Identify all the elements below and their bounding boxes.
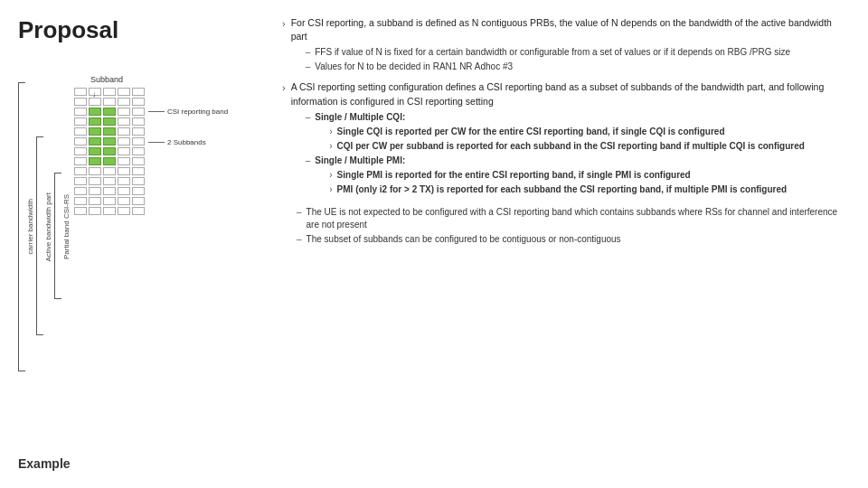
bullet-2-sub-cqi-dash: – [306, 111, 311, 153]
bullet-1-sub-1: – FFS if value of N is fixed for a certa… [306, 46, 850, 59]
bullet-1-sub-2-text: Values for N to be decided in RAN1 NR Ad… [315, 61, 513, 73]
bullet-3-text: The UE is not expected to be configured … [307, 206, 850, 231]
bullet-2-sub-pmi-text: Single / Multiple PMI: [315, 155, 405, 165]
bullet-1: › For CSI reporting, a subband is define… [282, 16, 850, 73]
bullet-1-arrow: › [282, 17, 286, 32]
right-panel: › For CSI reporting, a subband is define… [262, 16, 850, 472]
bullet-1-sub-2-dash: – [306, 61, 311, 73]
bullet-2-subs: – Single / Multiple CQI: › Single CQI is… [306, 111, 850, 196]
cqi-subsub-2: › CQI per CW per subband is reported for… [329, 140, 805, 153]
bullet-4-text: The subset of subbands can be configured… [307, 233, 621, 246]
pmi-subsubs: › Single PMI is reported for the entire … [329, 169, 787, 196]
bullet-2-sub-cqi-text: Single / Multiple CQI: [315, 112, 405, 122]
cqi-subsub-2-dash: › [329, 140, 332, 153]
subband-count-label-group: 2 Subbands [148, 138, 206, 146]
csi-band-label: CSI reporting band [167, 108, 228, 116]
carrier-bandwidth-bracket: carrier bandwidth [18, 73, 34, 380]
pmi-subsub-1: › Single PMI is reported for the entire … [329, 169, 787, 182]
bullet-3: – The UE is not expected to be configure… [297, 206, 850, 231]
bullet-2-sub-pmi-content: Single / Multiple PMI: › Single PMI is r… [315, 155, 787, 196]
bullet-1-sub-1-dash: – [306, 46, 311, 59]
bullet-2-text: A CSI reporting setting configuration de… [291, 81, 825, 106]
carrier-bw-label: carrier bandwidth [26, 199, 34, 254]
bullet-2-sub-pmi: – Single / Multiple PMI: › Single PMI is… [306, 155, 850, 196]
cqi-subsub-1: › Single CQI is reported per CW for the … [329, 126, 805, 138]
pmi-subsub-2: › PMI (only i2 for > 2 TX) is reported f… [329, 183, 787, 196]
prb-grid-area: Subband ↓ [74, 75, 262, 215]
subband-count-label: 2 Subbands [167, 138, 206, 146]
subband-label: Subband [90, 75, 262, 84]
page-title: Proposal [18, 16, 262, 44]
pmi-subsub-2-dash: › [329, 183, 332, 196]
cqi-subsub-1-text: Single CQI is reported per CW for the en… [337, 126, 725, 138]
bullet-1-sub-2: – Values for N to be decided in RAN1 NR … [306, 61, 850, 73]
bullet-4-dash: – [297, 233, 302, 246]
bullet-2-arrow: › [282, 81, 286, 96]
bullet-4: – The subset of subbands can be configur… [297, 233, 850, 246]
pmi-subsub-1-dash: › [329, 169, 332, 182]
example-label: Example [18, 450, 262, 472]
bullet-3-dash: – [297, 206, 302, 231]
bullet-1-subs: – FFS if value of N is fixed for a certa… [306, 46, 850, 73]
cqi-subsub-1-dash: › [329, 126, 332, 138]
bullet-2-content: A CSI reporting setting configuration de… [291, 80, 850, 195]
partial-band-label: Partial band CSI-RS [62, 194, 71, 259]
partial-band-bracket: Partial band CSI-RS [54, 73, 71, 380]
bullet-1-text: For CSI reporting, a subband is defined … [291, 17, 832, 42]
bullet-1-sub-1-text: FFS if value of N is fixed for a certain… [315, 46, 790, 59]
left-panel: Proposal carrier bandwidth Active bandwi… [18, 16, 262, 472]
bottom-subs: – The UE is not expected to be configure… [297, 206, 850, 246]
bullet-2-sub-cqi-content: Single / Multiple CQI: › Single CQI is r… [315, 111, 805, 153]
pmi-subsub-2-text: PMI (only i2 for > 2 TX) is reported for… [337, 183, 788, 196]
bullet-1-content: For CSI reporting, a subband is defined … [291, 16, 850, 73]
active-bw-bracket: Active bandwidth part [36, 73, 52, 380]
cqi-subsubs: › Single CQI is reported per CW for the … [329, 126, 805, 153]
bullet-2-sub-cqi: – Single / Multiple CQI: › Single CQI is… [306, 111, 850, 153]
cqi-subsub-2-text: CQI per CW per subband is reported for e… [337, 140, 805, 153]
active-bw-label: Active bandwidth part [44, 192, 52, 262]
bullet-2: › A CSI reporting setting configuration … [282, 80, 850, 195]
pmi-subsub-1-text: Single PMI is reported for the entire CS… [337, 169, 691, 182]
bullet-2-sub-pmi-dash: – [306, 155, 311, 196]
csi-band-label-group: CSI reporting band [148, 108, 228, 116]
